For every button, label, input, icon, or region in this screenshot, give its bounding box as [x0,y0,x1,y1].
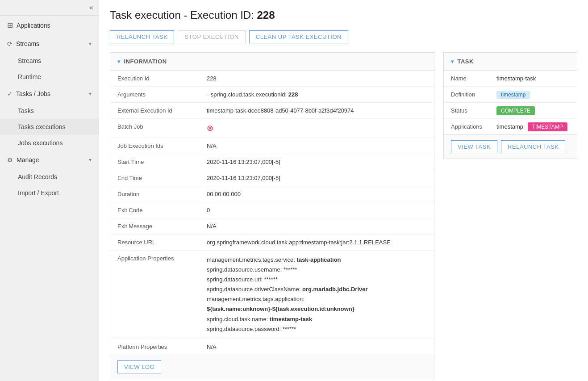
sidebar-item-manage-label: Manage [17,156,39,163]
sidebar-sub-runtime[interactable]: Runtime [0,69,99,85]
task-field-value: timestamp TIMESTAMP [489,119,577,135]
field-label: Exit Code [110,202,200,218]
chevron-down-icon-manage: ▾ [89,157,92,163]
view-log-button[interactable]: VIEW LOG [117,360,161,373]
info-panel-footer: VIEW LOG [110,355,434,379]
field-label: Exit Message [110,218,200,234]
field-label: Resource URL [110,234,200,251]
table-row: Name timestamp-task [444,71,577,87]
field-label: Arguments [110,87,200,103]
table-row: External Execution Id timestamp-task-dce… [110,103,434,119]
field-value: N/A [200,218,434,234]
table-row: Exit Message N/A [110,218,434,234]
table-row: Status COMPLETE [444,103,577,119]
tasks-icon: ✓ [7,90,13,97]
task-info-table: Name timestamp-task Definition timestamp… [444,71,577,134]
view-task-button[interactable]: VIEW TASK [451,140,497,153]
app-name-text: timestamp [496,123,523,130]
status-badge: COMPLETE [496,106,535,115]
table-row: Start Time 2020-11-16 13:23:07,000[-5] [110,154,434,170]
field-value: ⊗ [200,119,434,138]
sidebar-sub-jobs-executions[interactable]: Jobs executions [0,135,99,151]
info-panel-header: ▾ INFORMATION [110,53,434,71]
field-label: End Time [110,170,200,186]
table-row: Arguments --spring.cloud.task.executioni… [110,87,434,103]
table-row: Duration 00:00:00.000 [110,186,434,202]
collapse-icon[interactable]: « [89,4,93,12]
manage-icon: ⚙ [7,156,13,163]
field-value: timestamp-task-dcee8808-ad50-4077-8b0f-a… [200,103,434,119]
field-value: 00:00:00.000 [200,186,434,202]
task-panel-header: ▾ TASK [444,53,577,71]
main-content: Task execution - Execution ID: 228 RELAU… [99,0,588,381]
task-field-value: timestamp [489,87,577,103]
table-row: Application Properties management.metric… [110,251,434,339]
sidebar-item-applications-label: Applications [17,22,50,29]
task-field-label: Name [444,71,489,87]
field-label: Execution Id [110,71,200,87]
task-field-label: Applications [444,119,489,135]
cleanup-task-button[interactable]: CLEAN UP TASK EXECUTION [249,30,348,43]
table-row: End Time 2020-11-16 13:23:07,000[-5] [110,170,434,186]
sidebar-collapse-header: « [0,0,99,16]
definition-badge: timestamp [496,91,530,99]
field-value: management.metrics.tags.service: task-ap… [200,251,434,339]
field-label: Batch Job [110,119,200,138]
table-row: Execution Id 228 [110,71,434,87]
sidebar-sub-tasks[interactable]: Tasks [0,103,99,119]
table-row: Applications timestamp TIMESTAMP [444,119,577,135]
field-value: 0 [200,202,434,218]
table-row: Exit Code 0 [110,202,434,218]
sidebar-item-streams-label: Streams [16,40,39,47]
field-label: Job Execution Ids [110,138,200,154]
table-row: Platform Properties N/A [110,339,434,355]
app-type-badge: TIMESTAMP [528,122,567,131]
toolbar: RELAUNCH TASK STOP EXECUTION CLEAN UP TA… [110,30,577,43]
sidebar-item-tasks-jobs[interactable]: ✓ Tasks / Jobs ▾ [0,85,99,103]
field-value: --spring.cloud.task.executionid: 228 [200,87,434,103]
content-area: ▾ INFORMATION Execution Id 228 Arguments… [110,52,577,379]
field-label: Duration [110,186,200,202]
task-field-value: COMPLETE [489,103,577,119]
sidebar-item-streams[interactable]: ⟳ Streams ▾ [0,35,99,53]
stop-execution-button[interactable]: STOP EXECUTION [178,30,245,43]
chevron-down-icon: ▾ [89,41,92,47]
cross-icon: ⊗ [207,124,213,133]
streams-icon: ⟳ [7,40,13,47]
table-row: Definition timestamp [444,87,577,103]
sidebar-item-tasks-jobs-label: Tasks / Jobs [16,90,50,97]
sidebar-item-manage[interactable]: ⚙ Manage ▾ [0,151,99,169]
field-value: N/A [200,339,434,355]
table-row: Batch Job ⊗ [110,119,434,138]
task-panel-footer: VIEW TASK RELAUNCH TASK [444,134,577,159]
field-label: External Execution Id [110,103,200,119]
table-row: Resource URL org.springframework.cloud.t… [110,234,434,251]
apps-icon: ⊞ [7,21,13,29]
sidebar-sub-audit-records[interactable]: Audit Records [0,169,99,185]
sidebar-sub-streams[interactable]: Streams [0,53,99,69]
field-label: Start Time [110,154,200,170]
field-label: Platform Properties [110,339,200,355]
field-value: N/A [200,138,434,154]
sidebar-sub-tasks-executions[interactable]: Tasks executions [0,119,99,135]
relaunch-task-panel-button[interactable]: RELAUNCH TASK [501,140,565,153]
chevron-icon: ▾ [117,59,121,65]
field-label: Application Properties [110,251,200,339]
sidebar-item-applications[interactable]: ⊞ Applications [0,16,99,35]
task-panel: ▾ TASK Name timestamp-task Definition ti… [443,52,577,159]
sidebar-sub-import-export[interactable]: Import / Export [0,185,99,201]
info-panel: ▾ INFORMATION Execution Id 228 Arguments… [110,52,434,379]
table-row: Job Execution Ids N/A [110,138,434,154]
chevron-down-icon-tasks: ▾ [89,91,92,97]
field-value: 2020-11-16 13:23:07,000[-5] [200,154,434,170]
field-value: 2020-11-16 13:23:07,000[-5] [200,170,434,186]
field-value: 228 [200,71,434,87]
relaunch-task-button[interactable]: RELAUNCH TASK [110,30,174,43]
info-table: Execution Id 228 Arguments --spring.clou… [110,71,434,355]
chevron-icon-task: ▾ [451,59,454,65]
task-field-label: Status [444,103,489,119]
page-title: Task execution - Execution ID: 228 [110,9,577,21]
task-field-label: Definition [444,87,489,103]
sidebar: « ⊞ Applications ⟳ Streams ▾ Streams Run… [0,0,99,381]
task-field-value: timestamp-task [489,71,577,87]
